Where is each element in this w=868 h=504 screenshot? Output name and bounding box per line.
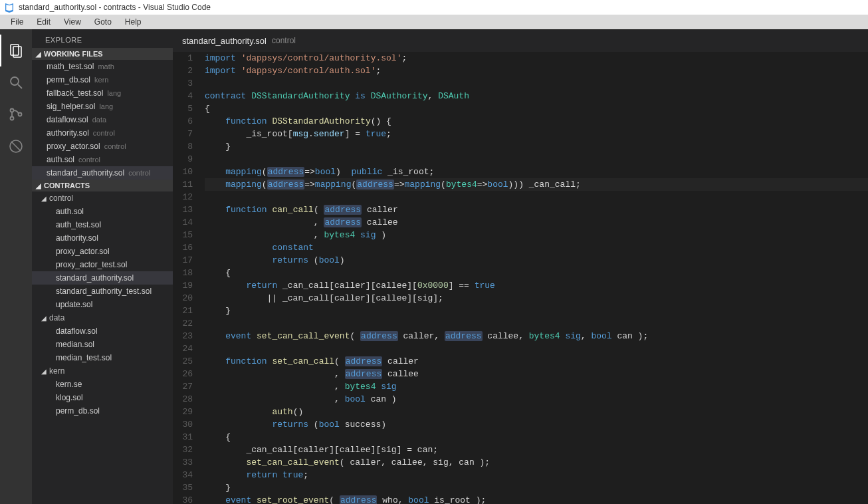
sidebar-title: EXPLORE [32, 29, 173, 48]
file-dir: control [78, 156, 100, 164]
file-dir: data [92, 116, 106, 124]
project-file-item[interactable]: auth_test.sol [32, 218, 173, 231]
svg-point-5 [11, 117, 14, 120]
file-name: perm_db.sol [47, 75, 90, 84]
file-name: sig_helper.sol [47, 102, 95, 111]
file-dir: math [98, 63, 114, 70]
working-file-item[interactable]: dataflow.soldata [32, 113, 173, 126]
chevron-down-icon: ◢ [41, 368, 47, 375]
chevron-down-icon: ◢ [36, 182, 41, 189]
working-file-item[interactable]: standard_authority.solcontrol [32, 166, 173, 180]
file-name: math_test.sol [47, 62, 94, 71]
chevron-down-icon: ◢ [36, 51, 41, 58]
project-file-item[interactable]: standard_authority_test.sol [32, 285, 173, 298]
window-title: standard_authority.sol - contracts - Vis… [19, 3, 211, 12]
activity-git[interactable] [0, 98, 32, 130]
working-file-item[interactable]: authority.solcontrol [32, 126, 173, 140]
editor-area: standard_authority.sol control 123456789… [173, 29, 868, 504]
svg-point-4 [11, 109, 14, 112]
project-file-item[interactable]: proxy_actor.sol [32, 245, 173, 258]
menu-edit[interactable]: Edit [30, 16, 57, 28]
menubar: File Edit View Goto Help [0, 15, 868, 29]
svg-line-3 [18, 84, 22, 88]
file-dir: control [128, 169, 150, 177]
app-logo-icon [4, 2, 15, 13]
file-name: authority.sol [47, 128, 89, 138]
project-file-item[interactable]: proxy_actor_test.sol [32, 258, 173, 271]
file-dir: control [104, 142, 126, 150]
file-dir: lang [99, 102, 113, 110]
section-working-files[interactable]: ◢ WORKING FILES [32, 48, 173, 60]
project-file-item[interactable]: klog.sol [32, 391, 173, 404]
folder-name: kern [49, 366, 64, 376]
sidebar: EXPLORE ◢ WORKING FILES math_test.solmat… [32, 29, 173, 504]
activity-search[interactable] [0, 66, 32, 98]
working-file-item[interactable]: sig_helper.sollang [32, 100, 173, 113]
activity-debug[interactable] [0, 130, 32, 162]
svg-point-2 [11, 77, 19, 85]
project-file-item[interactable]: authority.sol [32, 231, 173, 245]
menu-help[interactable]: Help [118, 16, 148, 28]
working-file-item[interactable]: auth.solcontrol [32, 153, 173, 166]
folder-name: control [49, 193, 73, 203]
project-file-item[interactable]: kern.se [32, 378, 173, 391]
editor-body[interactable]: 1234567891011121314151617181920212223242… [173, 52, 868, 504]
folder-item[interactable]: ◢control [32, 191, 173, 205]
file-name: dataflow.sol [47, 115, 88, 124]
menu-file[interactable]: File [4, 16, 30, 28]
file-dir: control [93, 129, 115, 137]
section-contracts-label: CONTRACTS [44, 182, 90, 189]
activity-bar [0, 29, 32, 504]
section-working-label: WORKING FILES [44, 50, 103, 58]
project-file-item[interactable]: update.sol [32, 298, 173, 311]
project-file-item[interactable]: standard_authority.sol [32, 271, 173, 285]
file-name: standard_authority.sol [47, 168, 124, 178]
menu-view[interactable]: View [57, 16, 88, 28]
chevron-down-icon: ◢ [41, 195, 47, 202]
file-name: auth.sol [47, 155, 74, 164]
working-file-item[interactable]: math_test.solmath [32, 60, 173, 73]
menu-goto[interactable]: Goto [88, 16, 118, 28]
editor-tab-filename[interactable]: standard_authority.sol [182, 36, 267, 46]
folder-item[interactable]: ◢kern [32, 364, 173, 378]
window-titlebar: standard_authority.sol - contracts - Vis… [0, 0, 868, 15]
project-file-item[interactable]: perm_db.sol [32, 404, 173, 418]
working-file-item[interactable]: perm_db.solkern [32, 73, 173, 86]
activity-explorer[interactable] [0, 35, 32, 66]
file-dir: lang [107, 89, 121, 97]
section-contracts[interactable]: ◢ CONTRACTS [32, 180, 173, 191]
working-file-item[interactable]: proxy_actor.solcontrol [32, 140, 173, 153]
project-file-item[interactable]: dataflow.sol [32, 324, 173, 338]
project-file-item[interactable]: median_test.sol [32, 351, 173, 364]
line-number-gutter: 1234567891011121314151617181920212223242… [173, 52, 202, 504]
project-file-item[interactable]: median.sol [32, 338, 173, 351]
file-name: fallback_test.sol [47, 88, 103, 98]
folder-item[interactable]: ◢data [32, 311, 173, 324]
editor-tab-dir: control [272, 36, 296, 45]
file-dir: kern [94, 76, 108, 84]
editor-tab-bar: standard_authority.sol control [173, 29, 868, 52]
folder-name: data [49, 313, 64, 322]
working-file-item[interactable]: fallback_test.sollang [32, 86, 173, 100]
file-name: proxy_actor.sol [47, 142, 100, 151]
project-file-item[interactable]: auth.sol [32, 205, 173, 218]
code-content[interactable]: import 'dappsys/control/authority.sol';i… [202, 52, 868, 504]
chevron-down-icon: ◢ [41, 315, 47, 322]
